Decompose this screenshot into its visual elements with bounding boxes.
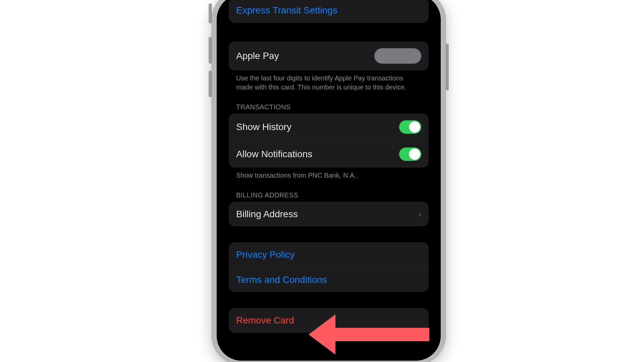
privacy-policy-label: Privacy Policy xyxy=(236,249,421,260)
screen: Express Transit Settings Apple Pay Use t… xyxy=(221,0,437,361)
terms-and-conditions-label: Terms and Conditions xyxy=(236,274,421,286)
apple-pay-value-redacted xyxy=(374,48,421,64)
phone-frame: Express Transit Settings Apple Pay Use t… xyxy=(211,0,446,362)
show-history-label: Show History xyxy=(236,121,399,133)
power-button xyxy=(445,44,449,90)
volume-up xyxy=(209,37,212,64)
show-history-row[interactable]: Show History xyxy=(229,114,429,140)
apple-pay-label: Apple Pay xyxy=(236,50,374,62)
allow-notifications-toggle[interactable] xyxy=(399,147,421,161)
express-transit-settings-row[interactable]: Express Transit Settings xyxy=(229,0,429,23)
billing-address-row[interactable]: Billing Address › xyxy=(229,202,429,227)
billing-address-label: Billing Address xyxy=(236,208,415,220)
allow-notifications-label: Allow Notifications xyxy=(236,148,399,160)
billing-header: BILLING ADDRESS xyxy=(229,180,429,202)
express-transit-settings-label: Express Transit Settings xyxy=(236,5,421,16)
show-history-toggle[interactable] xyxy=(399,120,421,134)
apple-pay-row[interactable]: Apple Pay xyxy=(229,42,429,70)
mute-switch xyxy=(209,3,212,23)
transactions-footer: Show transactions from PNC Bank, N.A.. xyxy=(229,168,429,180)
apple-pay-footer: Use the last four digits to identify App… xyxy=(229,70,429,92)
transactions-header: TRANSACTIONS xyxy=(229,92,429,114)
terms-and-conditions-row[interactable]: Terms and Conditions xyxy=(229,267,429,292)
privacy-policy-row[interactable]: Privacy Policy xyxy=(229,242,429,267)
remove-card-row[interactable]: Remove Card xyxy=(229,308,429,333)
remove-card-label: Remove Card xyxy=(236,315,421,326)
chevron-right-icon: › xyxy=(418,209,421,219)
allow-notifications-row[interactable]: Allow Notifications xyxy=(229,140,429,168)
volume-down xyxy=(209,70,212,97)
